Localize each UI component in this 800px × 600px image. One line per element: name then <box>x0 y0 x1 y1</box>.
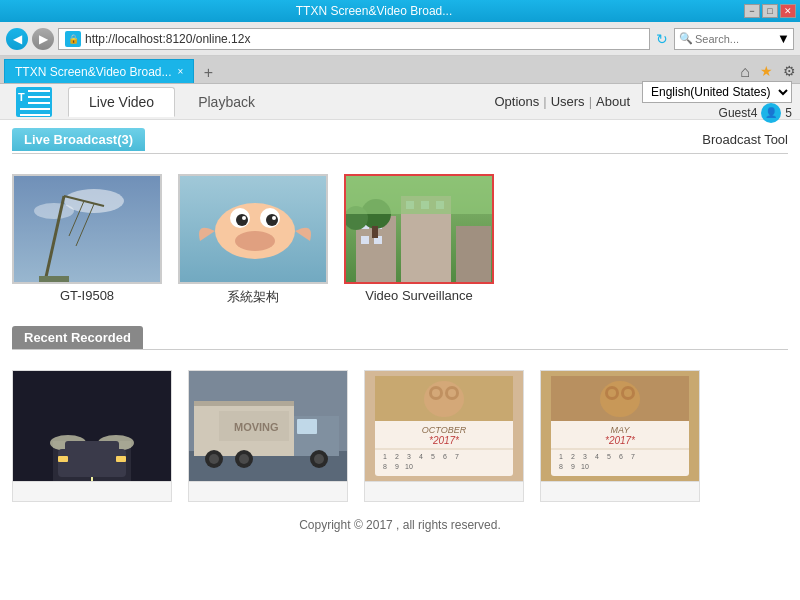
tab-close-button[interactable]: × <box>178 66 184 77</box>
svg-text:MOVING: MOVING <box>234 421 279 433</box>
svg-text:3: 3 <box>407 453 411 460</box>
svg-text:6: 6 <box>619 453 623 460</box>
minimize-button[interactable]: − <box>744 4 760 18</box>
favorites-icon[interactable]: ★ <box>760 63 773 81</box>
svg-text:*2017*: *2017* <box>429 435 460 446</box>
app-toolbar: T Live Video Playback Options | Users | … <box>0 84 800 120</box>
live-video-item-2[interactable]: 系統架构 <box>178 174 328 306</box>
home-icon[interactable]: ⌂ <box>740 63 750 81</box>
language-select[interactable]: English(United States) <box>642 81 792 103</box>
address-bar[interactable]: 🔒 http://localhost:8120/online.12x <box>58 28 650 50</box>
live-thumb-svg-1 <box>14 176 162 284</box>
tab-label: TTXN Screen&Video Broad... <box>15 65 172 79</box>
svg-text:4: 4 <box>419 453 423 460</box>
live-section-header-row: Live Broadcast(3) Broadcast Tool <box>12 128 788 151</box>
footer-text: Copyright © 2017 , all rights reserved. <box>299 518 501 532</box>
user-info: Guest4 👤 5 <box>719 103 792 123</box>
top-nav: Options | Users | About <box>494 94 630 109</box>
live-thumb-3 <box>344 174 494 284</box>
svg-point-19 <box>236 214 248 226</box>
live-divider <box>12 153 788 154</box>
svg-rect-30 <box>361 236 369 244</box>
back-button[interactable]: ◀ <box>6 28 28 50</box>
recorded-item-1[interactable] <box>12 370 172 502</box>
svg-text:6: 6 <box>443 453 447 460</box>
svg-text:2: 2 <box>395 453 399 460</box>
svg-rect-27 <box>456 226 491 284</box>
live-video-grid: GT-I9508 <box>12 164 788 316</box>
recorded-label-4 <box>541 481 699 501</box>
recorded-item-2[interactable]: MOVING <box>188 370 348 502</box>
svg-text:9: 9 <box>395 463 399 470</box>
refresh-button[interactable]: ↻ <box>654 31 670 47</box>
recorded-item-4[interactable]: MAY *2017* 1 2 3 4 5 6 7 8 9 10 <box>540 370 700 502</box>
live-section-header: Live Broadcast(3) <box>12 128 145 151</box>
live-thumb-svg-2 <box>180 176 328 284</box>
recent-section-header-row: Recent Recorded <box>12 326 788 349</box>
live-label-1: GT-I9508 <box>60 288 114 303</box>
svg-rect-51 <box>194 401 294 406</box>
browser-tab[interactable]: TTXN Screen&Video Broad... × <box>4 59 194 83</box>
live-video-item-3[interactable]: Video Surveillance <box>344 174 494 306</box>
recorded-label-1 <box>13 481 171 501</box>
recorded-svg-1 <box>13 371 171 481</box>
svg-rect-47 <box>116 456 126 462</box>
maximize-button[interactable]: □ <box>762 4 778 18</box>
svg-text:9: 9 <box>571 463 575 470</box>
live-label-3: Video Surveillance <box>365 288 472 303</box>
tab-live-video[interactable]: Live Video <box>68 87 175 117</box>
recent-section-header: Recent Recorded <box>12 326 143 349</box>
svg-text:MAY: MAY <box>611 425 631 435</box>
svg-point-23 <box>235 231 275 251</box>
live-video-item-1[interactable]: GT-I9508 <box>12 174 162 306</box>
right-controls: Options | Users | About English(United S… <box>494 81 792 123</box>
svg-text:1: 1 <box>383 453 387 460</box>
browser-bar: ◀ ▶ 🔒 http://localhost:8120/online.12x ↻… <box>0 22 800 56</box>
svg-point-69 <box>448 389 456 397</box>
svg-point-90 <box>624 389 632 397</box>
svg-point-68 <box>432 389 440 397</box>
close-button[interactable]: ✕ <box>780 4 796 18</box>
svg-text:10: 10 <box>405 463 413 470</box>
svg-text:3: 3 <box>583 453 587 460</box>
recent-divider <box>12 349 788 350</box>
svg-point-20 <box>266 214 278 226</box>
user-avatar: 👤 <box>761 103 781 123</box>
new-tab-button[interactable]: + <box>198 63 218 83</box>
options-link[interactable]: Options <box>494 94 539 109</box>
svg-point-21 <box>242 216 246 220</box>
settings-icon[interactable]: ⚙ <box>783 63 796 81</box>
recorded-svg-2: MOVING <box>189 371 347 481</box>
search-box[interactable]: 🔍 ▼ <box>674 28 794 50</box>
broadcast-tool-link[interactable]: Broadcast Tool <box>702 132 788 147</box>
live-label-2: 系統架构 <box>227 288 279 306</box>
svg-point-55 <box>209 454 219 464</box>
logo: T <box>8 87 60 117</box>
recorded-item-3[interactable]: OCTOBER *2017* 1 2 3 4 5 6 7 8 9 10 <box>364 370 524 502</box>
tab-playback[interactable]: Playback <box>177 87 276 117</box>
live-thumb-svg-3 <box>346 176 494 284</box>
about-link[interactable]: About <box>596 94 630 109</box>
user-count: 5 <box>785 106 792 120</box>
svg-rect-14 <box>39 276 69 284</box>
search-input[interactable] <box>695 33 775 45</box>
dropdown-icon: ▼ <box>777 31 790 46</box>
users-link[interactable]: Users <box>551 94 585 109</box>
svg-text:*2017*: *2017* <box>605 435 636 446</box>
svg-point-59 <box>314 454 324 464</box>
svg-rect-53 <box>297 419 317 434</box>
recorded-thumb-1 <box>13 371 171 481</box>
recorded-label-3 <box>365 481 523 501</box>
titlebar-title: TTXN Screen&Video Broad... <box>4 4 744 18</box>
recorded-label-2 <box>189 481 347 501</box>
live-thumb-2 <box>178 174 328 284</box>
svg-point-22 <box>272 216 276 220</box>
recorded-svg-4: MAY *2017* 1 2 3 4 5 6 7 8 9 10 <box>541 371 699 481</box>
address-icon: 🔒 <box>65 31 81 47</box>
nav-tabs: Live Video Playback <box>68 87 276 117</box>
forward-button[interactable]: ▶ <box>32 28 54 50</box>
svg-text:8: 8 <box>383 463 387 470</box>
svg-text:5: 5 <box>607 453 611 460</box>
svg-text:5: 5 <box>431 453 435 460</box>
svg-rect-45 <box>65 441 119 459</box>
